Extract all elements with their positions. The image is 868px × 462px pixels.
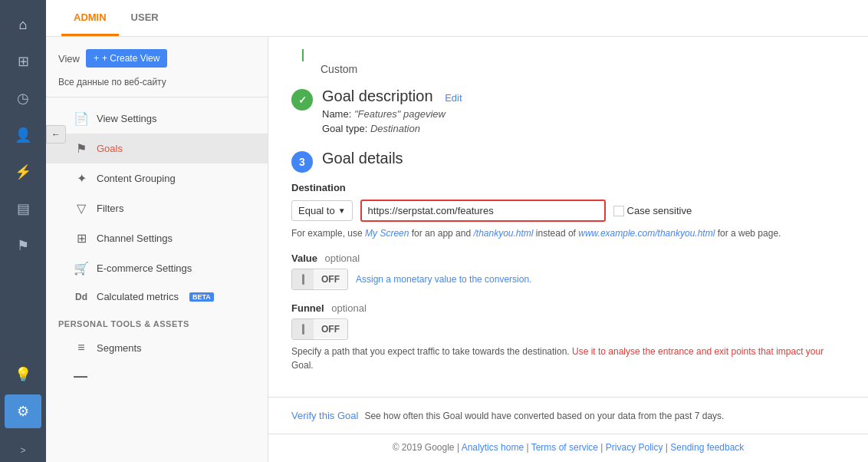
back-button[interactable]: ←	[46, 125, 66, 144]
create-view-button[interactable]: + + Create View	[86, 49, 168, 68]
name-value: "Features" pageview	[354, 108, 446, 120]
clock-icon[interactable]: ◷	[5, 81, 41, 115]
create-view-label: + Create View	[102, 53, 160, 64]
footer-sending-feedback[interactable]: Sending feedback	[670, 442, 744, 453]
funnel-toggle-button[interactable]: OFF	[291, 318, 348, 340]
personal-tools-header: PERSONAL TOOLS & ASSETS	[46, 310, 268, 333]
funnel-hint-text3: Goal.	[291, 360, 314, 371]
secondary-sidebar: View + + Create View Все данные по веб-с…	[46, 37, 268, 462]
calculated-metrics-label: Calculated metrics	[97, 291, 179, 302]
calculated-metrics-icon: Dd	[74, 292, 89, 302]
hint-link-myscreen[interactable]: My Screen	[365, 228, 409, 239]
sidebar-item-calculated-metrics[interactable]: Dd Calculated metrics BETA	[46, 283, 268, 310]
segments-label: Segments	[97, 342, 142, 354]
goal-details-title-content: Goal details	[322, 150, 845, 167]
beta-badge: BETA	[189, 292, 214, 302]
ecommerce-settings-label: E-commerce Settings	[97, 262, 192, 274]
bulb-icon[interactable]: 💡	[5, 358, 41, 391]
goals-label: Goals	[97, 143, 123, 154]
goal-description-edit-link[interactable]: Edit	[445, 92, 462, 104]
goals-icon: ⚑	[74, 141, 89, 156]
funnel-toggle-row: OFF	[291, 318, 845, 340]
destination-row: Equal to ▼ Case sensitive	[291, 200, 845, 222]
filters-label: Filters	[97, 203, 123, 214]
footer: © 2019 Google | Analytics home | Terms o…	[268, 434, 868, 460]
hint-link-example[interactable]: www.example.com/thankyou.html	[578, 228, 715, 239]
goal-type-value: Destination	[370, 123, 420, 134]
filters-icon: ▽	[74, 201, 89, 216]
sidebar-item-view-settings[interactable]: 📄 View Settings	[46, 104, 268, 134]
expand-sidebar-button[interactable]: >	[14, 439, 31, 462]
flag-icon[interactable]: ⚑	[5, 229, 41, 262]
verify-section: Verify this Goal See how often this Goal…	[268, 397, 868, 434]
name-label: Name:	[322, 108, 351, 120]
user-icon[interactable]: 👤	[5, 118, 41, 152]
top-nav: ADMIN USER	[46, 0, 868, 37]
step-3-circle: 3	[291, 151, 313, 173]
value-optional-tag: optional	[325, 252, 360, 264]
hint-end: for a web page.	[715, 228, 781, 239]
goal-type-detail: Goal type: Destination	[322, 123, 845, 134]
case-sensitive-checkbox[interactable]	[613, 206, 624, 216]
goal-section: Custom ✓ Goal description Edit Name: "Fe…	[268, 37, 868, 150]
value-toggle-off-label: OFF	[314, 270, 347, 289]
custom-label: Custom	[321, 63, 357, 75]
funnel-optional-tag: optional	[331, 302, 367, 314]
value-toggle-handle	[292, 269, 314, 289]
funnel-toggle-off-label: OFF	[314, 320, 347, 338]
sidebar-item-filters[interactable]: ▽ Filters	[46, 193, 268, 223]
main-area: ADMIN USER View + + Create View Все данн…	[46, 0, 868, 462]
destination-input[interactable]	[360, 200, 606, 222]
goal-description-content: Goal description Edit Name: "Features" p…	[322, 87, 845, 134]
main-content: Custom ✓ Goal description Edit Name: "Fe…	[268, 37, 868, 462]
grid-icon[interactable]: ⊞	[5, 45, 41, 78]
value-assign-text: Assign a monetary value to the conversio…	[356, 274, 531, 285]
hint-link-thankyou[interactable]: /thankyou.html	[473, 228, 533, 239]
destination-hint: For example, use My Screen for an app an…	[291, 226, 845, 240]
sidebar-item-ecommerce-settings[interactable]: 🛒 E-commerce Settings	[46, 253, 268, 283]
destination-label: Destination	[291, 182, 845, 193]
sidebar-item-segments[interactable]: ≡ Segments	[46, 333, 268, 362]
case-sensitive-check: Case sensitive	[613, 205, 692, 216]
content-grouping-label: Content Grouping	[97, 173, 176, 184]
equal-to-dropdown[interactable]: Equal to ▼	[291, 200, 353, 221]
settings-icon[interactable]: ⚙	[5, 394, 41, 428]
goal-description-step: ✓ Goal description Edit Name: "Features"…	[291, 87, 845, 134]
hint-mid2: instead of	[534, 228, 579, 239]
layers-icon[interactable]: ▤	[5, 192, 41, 226]
funnel-hint-text1: Specify a path that you expect traffic t…	[291, 346, 572, 357]
footer-analytics-home[interactable]: Analytics home	[462, 442, 524, 453]
sidebar-item-content-grouping[interactable]: ✦ Content Grouping	[46, 163, 268, 193]
goal-description-check-icon: ✓	[291, 89, 313, 111]
content-grouping-icon: ✦	[74, 171, 89, 186]
funnel-hint-link[interactable]: Use it to analyse the entrance and exit …	[572, 346, 824, 357]
bolt-icon[interactable]: ⚡	[5, 155, 41, 189]
plus-icon: +	[94, 53, 99, 64]
view-settings-label: View Settings	[97, 113, 157, 124]
home-icon[interactable]: ⌂	[5, 8, 41, 41]
funnel-label: Funnel optional	[291, 302, 845, 314]
hint-before: For example, use	[291, 228, 365, 239]
footer-privacy-policy[interactable]: Privacy Policy	[606, 442, 663, 453]
value-section: Value optional OFF Assign a monetary val…	[291, 252, 845, 290]
ecommerce-settings-icon: 🛒	[74, 261, 89, 276]
content-row: View + + Create View Все данные по веб-с…	[46, 37, 868, 462]
segments-icon: ≡	[74, 341, 89, 355]
sidebar-item-channel-settings[interactable]: ⊞ Channel Settings	[46, 223, 268, 253]
value-toggle-button[interactable]: OFF	[291, 269, 348, 290]
goal-description-name: Name: "Features" pageview	[322, 108, 845, 120]
equal-to-label: Equal to	[298, 205, 335, 216]
goal-type-label: Goal type:	[322, 123, 367, 134]
verify-goal-link[interactable]: Verify this Goal	[291, 410, 358, 421]
goal-details-step: 3 Goal details	[291, 150, 845, 173]
dropdown-chevron-icon: ▼	[338, 206, 346, 215]
tab-user[interactable]: USER	[119, 1, 171, 36]
sidebar-item-goals[interactable]: ⚑ Goals	[46, 134, 268, 163]
footer-terms-of-service[interactable]: Terms of service	[531, 442, 598, 453]
tab-admin[interactable]: ADMIN	[61, 1, 119, 36]
value-toggle-row: OFF Assign a monetary value to the conve…	[291, 269, 845, 290]
hint-mid1: for an app and	[409, 228, 473, 239]
view-settings-icon: 📄	[74, 111, 89, 126]
view-row: View + + Create View	[46, 49, 268, 77]
channel-settings-label: Channel Settings	[97, 233, 173, 244]
